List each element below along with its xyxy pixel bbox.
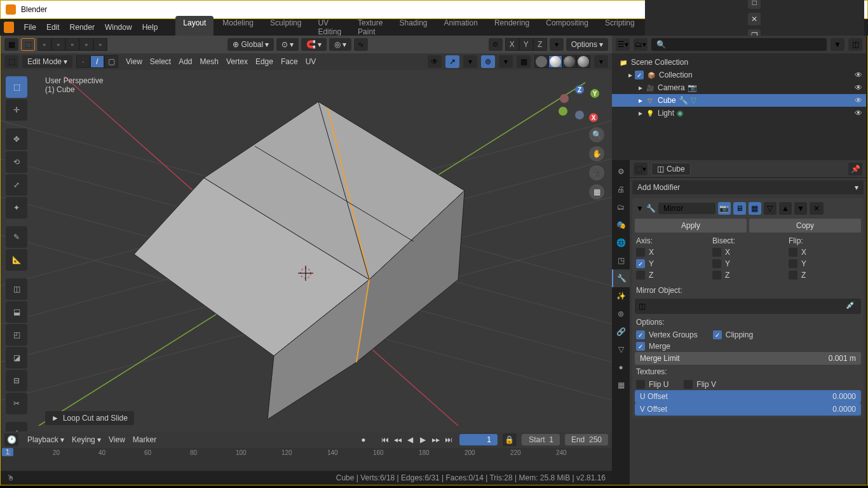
jump-start-icon[interactable]: ⏮: [379, 434, 391, 445]
add-modifier-dropdown[interactable]: Add Modifier▾: [632, 180, 864, 194]
tool-inset[interactable]: ◰: [6, 324, 27, 346]
vp-menu-vertex[interactable]: Vertex: [222, 55, 252, 68]
shading-wire-icon[interactable]: [534, 55, 548, 68]
pan-icon[interactable]: ✋: [589, 146, 604, 161]
expand-icon[interactable]: ▼: [636, 204, 644, 213]
vertex-select-icon[interactable]: ·: [76, 55, 90, 68]
apply-button[interactable]: Apply: [635, 219, 747, 233]
outliner-row[interactable]: 📁Scene Collection: [612, 56, 866, 69]
select-extend-icon[interactable]: ▫: [51, 38, 65, 51]
menu-render[interactable]: Render: [65, 20, 100, 34]
overlay-dropdown-icon[interactable]: ▾: [499, 55, 513, 68]
tl-menu-playback[interactable]: Playback ▾: [24, 433, 68, 446]
visibility-icon[interactable]: 👁: [855, 71, 862, 79]
camera-icon[interactable]: 🎥: [589, 165, 604, 180]
mod-up-icon[interactable]: ▲: [779, 202, 792, 215]
keyframe-next-icon[interactable]: ▸▸: [430, 434, 442, 445]
vp-menu-add[interactable]: Add: [175, 55, 196, 68]
tab-object[interactable]: ◳: [612, 252, 630, 269]
expand-icon[interactable]: ▸: [639, 83, 642, 92]
tool-cursor[interactable]: ✛: [6, 99, 27, 121]
tl-menu-marker[interactable]: Marker: [129, 433, 160, 446]
pin-icon[interactable]: 📌: [848, 163, 862, 175]
snap-dropdown[interactable]: 🧲▾: [301, 38, 327, 51]
play-reverse-icon[interactable]: ◀: [405, 434, 416, 445]
current-frame[interactable]: 1: [459, 434, 498, 445]
flip-y[interactable]: Y: [787, 258, 861, 269]
menu-file[interactable]: File: [19, 20, 41, 34]
blender-icon[interactable]: [4, 22, 14, 33]
expand-icon[interactable]: ▸: [639, 96, 642, 105]
options-dropdown[interactable]: Options▾: [566, 38, 608, 51]
shading-dropdown-icon[interactable]: ▾: [594, 55, 608, 68]
flip-u-check[interactable]: Flip U: [635, 379, 670, 390]
face-select-icon[interactable]: ▢: [104, 55, 118, 68]
editor-icon[interactable]: ⬚: [4, 55, 18, 68]
flip-v-check[interactable]: Flip V: [682, 379, 717, 390]
tl-menu-keying[interactable]: Keying ▾: [68, 433, 105, 446]
vp-menu-select[interactable]: Select: [146, 55, 175, 68]
outliner-row[interactable]: ▸▽Cube 🔧▽👁: [612, 94, 866, 107]
outliner-editor-icon[interactable]: ☰▾: [616, 38, 630, 51]
tool-move[interactable]: ✥: [6, 128, 27, 150]
shading-render-icon[interactable]: [576, 55, 590, 68]
visibility-icon[interactable]: 👁: [428, 55, 442, 68]
clipping-check[interactable]: Clipping: [712, 329, 754, 341]
tool-loopcut[interactable]: ⊟: [6, 370, 27, 391]
tab-scene[interactable]: 🎭: [612, 216, 630, 234]
visibility-icon[interactable]: 👁: [855, 96, 862, 105]
merge-check[interactable]: Merge: [635, 341, 861, 352]
modifier-name-field[interactable]: Mirror: [658, 203, 715, 214]
shading-matcap-icon[interactable]: [562, 55, 576, 68]
visibility-icon[interactable]: 👁: [855, 109, 862, 118]
tab-physics[interactable]: ⊚: [612, 305, 630, 323]
outliner-row[interactable]: ▸🎥Camera 📷👁: [612, 81, 866, 94]
nav-gizmo[interactable]: X Y Z: [557, 83, 602, 127]
axis-x-button[interactable]: X: [505, 38, 519, 51]
u-offset-field[interactable]: U Offset0.0000: [635, 390, 861, 403]
timeline-editor-icon[interactable]: 🕐: [4, 433, 18, 446]
tool-scale[interactable]: ⤢: [6, 174, 27, 196]
axis-y[interactable]: Y: [635, 258, 709, 269]
tool-rotate[interactable]: ⟲: [6, 151, 27, 173]
orientation-dropdown[interactable]: ⊕Global▾: [227, 38, 274, 51]
vp-menu-uv[interactable]: UV: [302, 55, 320, 68]
tab-material[interactable]: ●: [612, 358, 630, 376]
axis-y-button[interactable]: Y: [519, 38, 533, 51]
mod-delete-icon[interactable]: ✕: [810, 202, 824, 215]
new-collection-icon[interactable]: ◫: [848, 38, 862, 51]
vp-menu-edge[interactable]: Edge: [252, 55, 277, 68]
menu-help[interactable]: Help: [137, 20, 163, 34]
tab-modifiers[interactable]: 🔧: [612, 269, 630, 287]
tab-particles[interactable]: ✨: [612, 287, 630, 305]
filter-icon[interactable]: ▼: [831, 38, 844, 51]
outliner-row[interactable]: ▸📦Collection👁: [612, 69, 866, 81]
scene-delete-button[interactable]: ✕: [748, 13, 761, 25]
collection-check[interactable]: [635, 71, 644, 79]
lock-range-icon[interactable]: 🔒: [503, 433, 517, 446]
timeline-ruler[interactable]: 1 020406080100120140160180200220240: [1, 448, 612, 471]
viewport-3d[interactable]: User Perspective (1) Cube ⬚ ✛ ✥ ⟲ ⤢ ✦ ✎ …: [1, 70, 612, 431]
axis-dropdown-icon[interactable]: ▾: [550, 38, 564, 51]
tab-output[interactable]: 🖨: [612, 180, 630, 198]
tab-render[interactable]: ⚙: [612, 163, 630, 180]
tool-addcube[interactable]: ◫: [6, 278, 27, 300]
eyedropper-icon[interactable]: 💉: [846, 301, 857, 312]
bisect-x[interactable]: X: [711, 247, 785, 258]
expand-icon[interactable]: ▸: [628, 71, 632, 79]
menu-window[interactable]: Window: [100, 20, 137, 34]
vp-menu-face[interactable]: Face: [277, 55, 302, 68]
tool-measure[interactable]: 📐: [6, 249, 27, 271]
editor-type-icon[interactable]: ▦: [4, 38, 18, 51]
axis-z-button[interactable]: Z: [533, 38, 547, 51]
last-operator[interactable]: ► Loop Cut and Slide: [45, 411, 134, 425]
mesh-automerge-icon[interactable]: ∿: [354, 38, 368, 51]
tool-annotate[interactable]: ✎: [6, 226, 27, 248]
shading-solid-icon[interactable]: [548, 55, 562, 68]
display-mode-icon[interactable]: 🗂▾: [634, 38, 648, 51]
tab-viewlayer[interactable]: 🗂: [612, 198, 630, 216]
menu-edit[interactable]: Edit: [41, 20, 65, 34]
mod-render-icon[interactable]: 📷: [718, 202, 731, 215]
tab-constraints[interactable]: 🔗: [612, 323, 630, 341]
copy-button[interactable]: Copy: [749, 219, 861, 233]
